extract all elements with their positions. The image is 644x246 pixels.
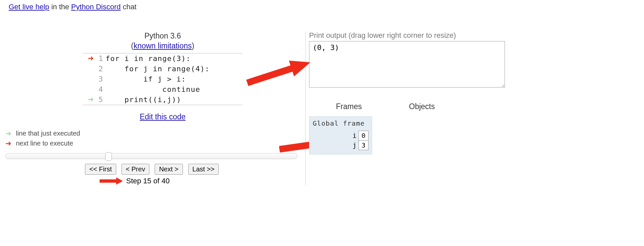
annotation-arrow-icon	[246, 54, 312, 91]
variable-value: 3	[359, 141, 368, 150]
objects-header: Objects	[389, 102, 455, 111]
frames-header: Frames	[309, 102, 389, 111]
legend-next-label: next line to execute	[16, 140, 73, 147]
line-number: 5	[95, 94, 104, 105]
code-text: if j > i:	[104, 74, 242, 84]
help-text-tail: chat	[121, 3, 137, 11]
step-indicator-row: Step 15 of 40	[100, 177, 305, 185]
step-slider[interactable]	[5, 153, 297, 159]
code-text: print((i,j))	[104, 94, 242, 105]
help-line: Get live help in the Python Discord chat	[0, 0, 644, 11]
paren-close: )	[192, 41, 195, 50]
annotation-arrow-icon	[100, 177, 123, 185]
variable-value: 0	[359, 131, 368, 141]
variable-name: j	[350, 141, 359, 150]
code-row: ➜ 1 for i in range(3):	[83, 53, 242, 64]
line-number: 2	[95, 64, 104, 74]
last-button[interactable]: Last >>	[188, 164, 219, 175]
code-text: for i in range(3):	[104, 53, 242, 64]
prev-button[interactable]: < Prev	[121, 164, 149, 175]
help-text-mid: in the	[49, 3, 71, 11]
python-version: Python 3.6	[144, 31, 181, 40]
next-line-arrow-icon: ➜	[5, 139, 16, 148]
first-button[interactable]: << First	[85, 164, 116, 175]
code-row: ➜ 5 print((i,j))	[83, 94, 242, 105]
step-counter: Step 15 of 40	[126, 177, 170, 185]
output-label: Print output (drag lower right corner to…	[309, 31, 522, 40]
code-listing: ➜ 1 for i in range(3): 2 for j in range(…	[83, 53, 242, 105]
live-help-link[interactable]: Get live help	[9, 3, 49, 11]
variable-row: j 3	[350, 141, 368, 150]
line-number: 3	[95, 74, 104, 84]
code-row: 2 for j in range(4):	[83, 64, 242, 74]
just-executed-arrow-icon: ➜	[88, 95, 94, 103]
language-header: Python 3.6 (known limitations)	[83, 31, 242, 51]
step-nav-buttons: << First < Prev Next > Last >>	[85, 164, 305, 175]
code-row: 4 continue	[83, 84, 242, 94]
next-button[interactable]: Next >	[155, 164, 183, 175]
line-number: 4	[95, 84, 104, 94]
variable-table: i 0 j 3	[350, 131, 368, 150]
arrow-legend: ➜ line that just executed ➜ next line to…	[5, 129, 305, 148]
variable-name: i	[350, 131, 359, 141]
global-frame-title: Global frame	[313, 119, 368, 127]
print-output-box[interactable]: (0, 3)	[309, 41, 505, 88]
code-text: for j in range(4):	[104, 64, 242, 74]
code-execution-panel: Python 3.6 (known limitations) ➜ 1 for i…	[0, 31, 305, 185]
global-frame: Global frame i 0 j 3	[309, 116, 372, 154]
vertical-divider	[305, 31, 306, 185]
svg-marker-0	[100, 177, 123, 185]
edit-code-link[interactable]: Edit this code	[140, 112, 186, 121]
legend-executed-label: line that just executed	[16, 130, 80, 137]
line-number: 1	[95, 53, 104, 64]
code-row: 3 if j > i:	[83, 74, 242, 84]
code-text: continue	[104, 84, 242, 94]
just-executed-arrow-icon: ➜	[5, 129, 16, 138]
variable-row: i 0	[350, 131, 368, 141]
runtime-state-panel: Print output (drag lower right corner to…	[309, 31, 522, 154]
svg-marker-1	[246, 54, 312, 91]
slider-thumb-icon[interactable]	[105, 152, 112, 161]
next-line-arrow-icon: ➜	[88, 54, 94, 62]
known-limitations-link[interactable]: known limitations	[133, 41, 192, 50]
slider-track[interactable]	[5, 153, 297, 159]
python-discord-link[interactable]: Python Discord	[71, 3, 121, 11]
